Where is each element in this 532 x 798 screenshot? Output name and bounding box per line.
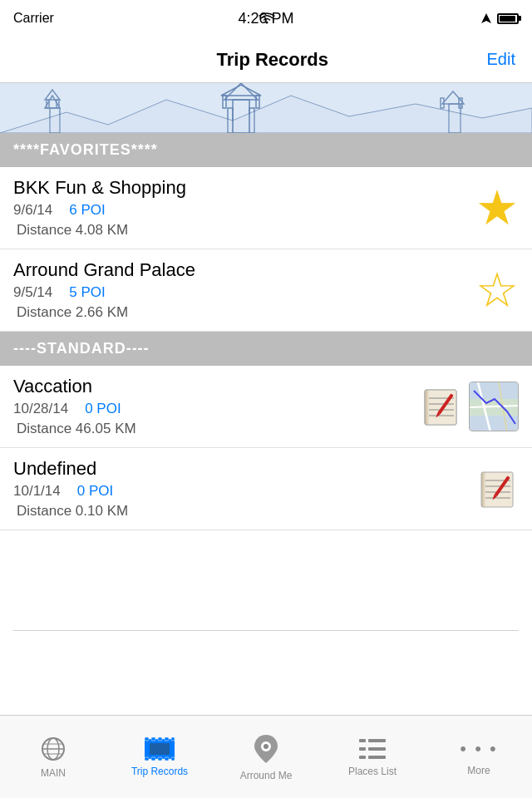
trip-meta: 9/6/14 6 POI: [13, 202, 475, 219]
trip-title: Arround Grand Palace: [13, 259, 475, 281]
list-item[interactable]: Arround Grand Palace 9/5/14 5 POI Distan…: [0, 249, 532, 332]
tab-more-label: More: [467, 765, 490, 776]
tab-main[interactable]: MAIN: [0, 736, 106, 779]
svg-rect-61: [359, 747, 366, 751]
trip-date: 9/6/14: [13, 202, 52, 219]
list-item[interactable]: Vaccation 10/28/14 0 POI Distance 46.05 …: [0, 366, 532, 448]
favorites-section-header: ****FAVORITES****: [0, 133, 532, 167]
trip-poi: 6 POI: [69, 202, 105, 219]
svg-point-58: [264, 744, 268, 749]
svg-rect-49: [165, 737, 169, 741]
notebook-icon: [477, 468, 519, 510]
trip-info-palace: Arround Grand Palace 9/5/14 5 POI Distan…: [13, 259, 475, 321]
svg-rect-60: [368, 739, 386, 742]
svg-rect-51: [145, 757, 149, 761]
trip-date: 10/28/14: [13, 401, 68, 417]
nav-bar: Trip Records Edit: [0, 37, 532, 83]
star-full-icon: ★: [475, 184, 519, 232]
trip-title: Undefined: [13, 458, 477, 480]
trip-distance: Distance 4.08 KM: [17, 222, 475, 239]
trip-distance: Distance 2.66 KM: [17, 304, 475, 321]
svg-rect-52: [151, 757, 155, 761]
tab-around-me-label: Arround Me: [240, 770, 293, 781]
trip-poi: 0 POI: [85, 401, 121, 417]
trip-icons-vaccation: [421, 382, 519, 431]
trip-poi: 5 POI: [69, 284, 105, 301]
tab-trip-records[interactable]: Trip Records: [106, 737, 213, 777]
trip-title: Vaccation: [13, 376, 421, 397]
trip-meta: 10/1/14 0 POI: [13, 483, 477, 500]
list-item[interactable]: BKK Fun & Shopping 9/6/14 6 POI Distance…: [0, 167, 532, 249]
trip-date: 10/1/14: [13, 483, 61, 500]
trip-meta: 10/28/14 0 POI: [13, 401, 421, 417]
globe-icon: [40, 736, 66, 762]
trip-info-undefined: Undefined 10/1/14 0 POI Distance 0.10 KM: [13, 458, 477, 520]
svg-rect-53: [158, 757, 162, 761]
trip-poi: 0 POI: [77, 483, 113, 500]
trip-icons-bkk: ★: [475, 184, 519, 232]
trip-title: BKK Fun & Shopping: [13, 177, 475, 199]
trip-distance: Distance 46.05 KM: [17, 421, 421, 437]
list-item[interactable]: Undefined 10/1/14 0 POI Distance 0.10 KM: [0, 448, 532, 530]
svg-rect-59: [359, 739, 366, 742]
trip-icons-undefined: [477, 468, 519, 510]
page-title: Trip Records: [217, 49, 328, 71]
time-label: 4:26 PM: [238, 10, 293, 27]
header-image: [0, 83, 532, 133]
compass-icon: [253, 733, 279, 765]
tab-more[interactable]: • • • More: [426, 738, 532, 776]
star-outline-icon: ☆: [475, 266, 519, 314]
svg-rect-63: [359, 756, 366, 759]
empty-area: [0, 530, 532, 630]
svg-rect-62: [368, 747, 386, 751]
battery-icon: [497, 13, 519, 24]
notebook-icon: [421, 386, 462, 427]
content-area: ****FAVORITES**** BKK Fun & Shopping 9/6…: [0, 133, 532, 715]
location-icon: [480, 12, 492, 24]
tab-bar: MAIN Trip Records Arround Me: [0, 715, 532, 798]
separator: [13, 630, 519, 631]
svg-rect-55: [171, 757, 175, 761]
edit-button[interactable]: Edit: [487, 50, 515, 69]
trip-info-bkk: BKK Fun & Shopping 9/6/14 6 POI Distance…: [13, 177, 475, 239]
trip-info-vaccation: Vaccation 10/28/14 0 POI Distance 46.05 …: [13, 376, 421, 437]
tab-places-list-label: Places List: [348, 766, 397, 777]
carrier-label: Carrier: [13, 11, 54, 26]
tab-main-label: MAIN: [41, 767, 66, 779]
trip-date: 9/5/14: [13, 284, 52, 301]
map-thumbnail: [469, 382, 519, 431]
svg-marker-1: [481, 13, 491, 23]
svg-rect-50: [171, 737, 175, 741]
tab-around-me[interactable]: Arround Me: [213, 733, 319, 781]
trip-icons-palace: ☆: [475, 266, 519, 314]
status-bar: Carrier 4:26 PM: [0, 0, 532, 37]
svg-rect-46: [145, 737, 149, 741]
dots-icon: • • •: [460, 738, 497, 760]
svg-rect-47: [151, 737, 155, 741]
trip-meta: 9/5/14 5 POI: [13, 284, 475, 301]
tab-trip-records-label: Trip Records: [131, 766, 188, 777]
standard-section-header: ----STANDARD----: [0, 332, 532, 366]
svg-rect-54: [165, 757, 169, 761]
svg-rect-64: [368, 756, 386, 759]
list-icon: [359, 737, 386, 761]
tab-places-list[interactable]: Places List: [319, 737, 426, 777]
trip-distance: Distance 0.10 KM: [17, 503, 477, 520]
svg-rect-56: [150, 743, 170, 755]
film-icon: [145, 737, 175, 761]
svg-rect-48: [158, 737, 162, 741]
